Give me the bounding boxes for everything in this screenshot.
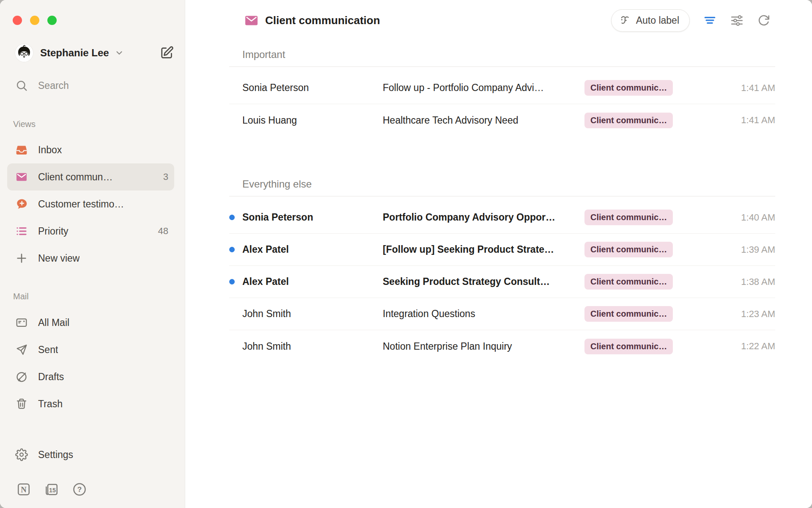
- header-actions: Auto label: [611, 9, 770, 32]
- email-time: 1:41 AM: [684, 83, 775, 94]
- close-button[interactable]: [13, 16, 22, 25]
- page-title: Client communication: [265, 14, 380, 27]
- search-placeholder: Search: [38, 80, 69, 91]
- svg-text:15: 15: [49, 487, 56, 494]
- sidebar-item-new-view[interactable]: New view: [7, 245, 174, 272]
- chevron-down-icon: [115, 48, 124, 58]
- view-mail-icon: [245, 15, 258, 26]
- email-time: 1:41 AM: [684, 115, 775, 126]
- account-name: Stephanie Lee: [40, 47, 109, 59]
- compose-button[interactable]: [159, 46, 174, 60]
- sidebar-section: Mail All Mail Sent Drafts Trash: [0, 291, 185, 417]
- sidebar-item-customer-testimo[interactable]: Customer testimo…: [7, 190, 174, 218]
- email-subject: [Follow up] Seeking Product Strate…: [383, 244, 584, 255]
- email-sender: Alex Patel: [242, 244, 383, 255]
- sidebar-item-label: Sent: [38, 344, 58, 356]
- drafts-icon: [15, 370, 28, 383]
- email-sender: John Smith: [242, 341, 383, 352]
- sidebar-item-all-mail[interactable]: All Mail: [7, 309, 174, 336]
- priority-list-icon: [15, 225, 28, 237]
- plus-icon: [15, 252, 28, 265]
- view-title-group: Client communication: [245, 14, 380, 27]
- sidebar-item-drafts[interactable]: Drafts: [7, 363, 174, 390]
- email-sender: Sonia Peterson: [242, 82, 383, 94]
- sidebar-section: Views Inbox Client commun… 3 Customer te…: [0, 119, 185, 272]
- email-subject: Integration Questions: [383, 308, 584, 320]
- sidebar-item-count: 48: [154, 226, 168, 237]
- display-settings-icon[interactable]: [730, 14, 744, 28]
- chat-plus-icon: [15, 198, 28, 210]
- inbox-icon: [15, 144, 28, 156]
- mail-pink-icon: [15, 171, 28, 183]
- sidebar-item-label: Client commun…: [38, 171, 112, 183]
- refresh-icon[interactable]: [757, 14, 770, 27]
- email-subject: Healthcare Tech Advisory Need: [383, 115, 584, 126]
- section-title: Important: [242, 47, 775, 62]
- unread-dot: [229, 215, 235, 220]
- email-label-badge[interactable]: Client communic…: [584, 339, 673, 354]
- sidebar-item-settings[interactable]: Settings: [7, 441, 174, 468]
- email-row[interactable]: Sonia Peterson Portfolio Company Advisor…: [229, 202, 775, 234]
- calendar-icon[interactable]: 15: [44, 482, 59, 497]
- auto-label-button[interactable]: Auto label: [611, 9, 690, 32]
- email-row[interactable]: Sonia Peterson Follow up - Portfolio Com…: [229, 72, 775, 104]
- search-input[interactable]: Search: [15, 76, 176, 95]
- email-label-badge[interactable]: Client communic…: [584, 210, 673, 225]
- sidebar-section-label-mail: Mail: [13, 291, 185, 301]
- minimize-button[interactable]: [30, 16, 39, 25]
- notion-logo-icon[interactable]: N: [16, 482, 31, 497]
- sidebar-item-client-commun[interactable]: Client commun… 3: [7, 163, 174, 190]
- sidebar-item-label: Customer testimo…: [38, 199, 124, 210]
- sidebar-item-label: All Mail: [38, 317, 69, 329]
- view-header: Client communication Auto label: [229, 0, 775, 41]
- send-icon: [15, 343, 28, 356]
- app-window: Stephanie Lee Search Views Inbox: [0, 0, 812, 508]
- email-sender: Alex Patel: [242, 276, 383, 287]
- email-subject: Notion Enterprise Plan Inquiry: [383, 341, 584, 352]
- email-sender: Louis Huang: [242, 115, 383, 126]
- sidebar-sections: Views Inbox Client commun… 3 Customer te…: [0, 119, 185, 417]
- sidebar-item-label: New view: [38, 253, 80, 264]
- email-row[interactable]: Louis Huang Healthcare Tech Advisory Nee…: [229, 104, 775, 136]
- sidebar-item-sent[interactable]: Sent: [7, 336, 174, 363]
- email-row[interactable]: John Smith Notion Enterprise Plan Inquir…: [229, 330, 775, 362]
- unread-dot: [229, 247, 235, 252]
- email-row[interactable]: John Smith Integration Questions Client …: [229, 298, 775, 330]
- account-switcher[interactable]: Stephanie Lee: [15, 44, 174, 62]
- sidebar-item-label: Priority: [38, 226, 69, 237]
- email-row[interactable]: Alex Patel [Follow up] Seeking Product S…: [229, 234, 775, 266]
- auto-label-text: Auto label: [636, 15, 679, 26]
- sidebar-item-inbox[interactable]: Inbox: [7, 136, 174, 163]
- email-label-badge[interactable]: Client communic…: [584, 242, 673, 257]
- email-sender: John Smith: [242, 308, 383, 320]
- svg-text:?: ?: [77, 485, 82, 494]
- search-icon: [15, 79, 28, 92]
- email-time: 1:40 AM: [684, 212, 775, 223]
- email-time: 1:39 AM: [684, 244, 775, 255]
- window-controls: [13, 16, 185, 25]
- email-subject: Follow up - Portfolio Company Advi…: [383, 82, 584, 94]
- svg-text:N: N: [21, 485, 27, 494]
- section-title: Everything else: [242, 177, 775, 191]
- sidebar-item-priority[interactable]: Priority 48: [7, 218, 174, 245]
- zoom-button[interactable]: [47, 16, 57, 25]
- email-sender: Sonia Peterson: [242, 212, 383, 223]
- auto-label-icon: [618, 14, 631, 27]
- help-icon[interactable]: ?: [72, 482, 87, 497]
- mail-section-important: Important Sonia Peterson Follow up - Por…: [229, 47, 775, 136]
- email-time: 1:38 AM: [684, 276, 775, 287]
- email-time: 1:22 AM: [684, 341, 775, 352]
- sidebar-footer: N 15 ?: [16, 482, 170, 497]
- email-label-badge[interactable]: Client communic…: [584, 80, 673, 96]
- sidebar-section-label-views: Views: [13, 119, 185, 129]
- email-label-badge[interactable]: Client communic…: [584, 274, 673, 290]
- filter-icon[interactable]: [703, 14, 717, 28]
- sidebar: Stephanie Lee Search Views Inbox: [0, 0, 185, 508]
- email-label-badge[interactable]: Client communic…: [584, 113, 673, 128]
- email-row[interactable]: Alex Patel Seeking Product Strategy Cons…: [229, 266, 775, 298]
- settings-label: Settings: [38, 449, 73, 461]
- email-label-badge[interactable]: Client communic…: [584, 306, 673, 322]
- sidebar-item-trash[interactable]: Trash: [7, 390, 174, 417]
- email-subject: Portfolio Company Advisory Oppor…: [383, 212, 584, 223]
- mail-list-pane: Client communication Auto label: [185, 0, 812, 508]
